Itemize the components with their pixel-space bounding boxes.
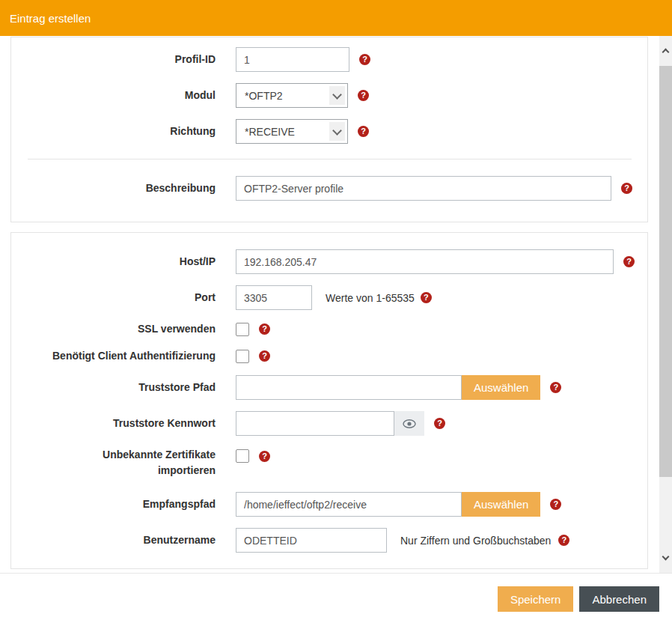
richtung-selected-value: *RECEIVE	[236, 126, 329, 138]
save-button[interactable]: Speichern	[498, 586, 574, 612]
empfangspfad-label: Empfangspfad	[11, 496, 216, 512]
profil-id-help-icon[interactable]: ?	[359, 54, 370, 65]
unbekannte-zertifikate-checkbox[interactable]	[236, 449, 249, 463]
truststore-kennwort-input[interactable]	[236, 411, 394, 436]
ssl-checkbox[interactable]	[236, 323, 249, 336]
port-label: Port	[11, 290, 216, 306]
eye-icon	[403, 419, 416, 428]
ssl-help-icon[interactable]: ?	[259, 323, 270, 335]
form-row-beschreibung: Beschreibung ?	[11, 176, 647, 201]
modal-title: Eintrag erstellen	[10, 12, 91, 25]
modul-help-icon[interactable]: ?	[358, 90, 369, 101]
chevron-down-icon	[662, 553, 670, 561]
chevron-down-icon	[329, 86, 345, 105]
cancel-button[interactable]: Abbrechen	[579, 586, 659, 612]
form-row-unbekannte-zertifikate: Unbekannte Zertifikate importieren ?	[11, 447, 647, 478]
vertical-scrollbar[interactable]	[659, 36, 672, 573]
modal-header: Eintrag erstellen	[0, 0, 672, 36]
truststore-pfad-browse-button[interactable]: Auswählen	[462, 375, 540, 400]
form-row-ssl: SSL verwenden ?	[11, 321, 647, 337]
profil-id-input[interactable]	[236, 47, 349, 72]
host-help-icon[interactable]: ?	[623, 256, 635, 267]
benutzername-input[interactable]	[236, 528, 387, 553]
benutzername-hint: Nur Ziffern und Großbuchstaben	[400, 535, 551, 547]
modul-label: Modul	[11, 88, 216, 103]
profil-id-label: Profil-ID	[11, 52, 216, 67]
panel-connection: Host/IP ? Port Werte von 1-65535 ? SSL v…	[10, 232, 648, 569]
form-row-port: Port Werte von 1-65535 ?	[11, 285, 647, 310]
panel-general: Profil-ID ? Modul *OFTP2 ? Richtung *REC…	[10, 37, 648, 222]
truststore-pfad-help-icon[interactable]: ?	[550, 382, 561, 393]
truststore-pfad-input[interactable]	[236, 375, 462, 400]
beschreibung-label: Beschreibung	[11, 180, 216, 196]
chevron-down-icon	[329, 122, 345, 141]
client-auth-checkbox[interactable]	[236, 350, 249, 363]
form-row-richtung: Richtung *RECEIVE ?	[11, 119, 647, 144]
modul-select[interactable]: *OFTP2	[236, 83, 348, 108]
truststore-kennwort-help-icon[interactable]: ?	[434, 418, 445, 429]
form-row-empfangspfad: Empfangspfad Auswählen ?	[11, 492, 647, 517]
richtung-select[interactable]: *RECEIVE	[236, 119, 348, 144]
show-password-toggle[interactable]	[394, 411, 424, 436]
client-auth-label: Benötigt Client Authentifizierung	[11, 348, 216, 364]
form-row-profil-id: Profil-ID ?	[11, 47, 647, 72]
section-divider	[28, 159, 632, 159]
port-hint: Werte von 1-65535	[326, 292, 415, 304]
port-help-icon[interactable]: ?	[421, 292, 432, 303]
scrollbar-thumb[interactable]	[659, 66, 672, 477]
scroll-down-button[interactable]	[659, 543, 672, 573]
chevron-up-icon	[662, 49, 670, 56]
scroll-up-button[interactable]	[659, 36, 672, 66]
benutzername-label: Benutzername	[11, 532, 216, 548]
modul-selected-value: *OFTP2	[236, 90, 329, 102]
modal-body: Profil-ID ? Modul *OFTP2 ? Richtung *REC…	[0, 36, 659, 573]
ssl-label: SSL verwenden	[11, 321, 216, 337]
host-label: Host/IP	[11, 254, 216, 270]
empfangspfad-help-icon[interactable]: ?	[550, 499, 561, 510]
client-auth-help-icon[interactable]: ?	[259, 350, 270, 362]
form-row-truststore-pfad: Truststore Pfad Auswählen ?	[11, 375, 647, 400]
richtung-label: Richtung	[11, 124, 216, 139]
form-row-truststore-kennwort: Truststore Kennwort ?	[11, 411, 647, 436]
unbekannte-zertifikate-help-icon[interactable]: ?	[259, 451, 270, 462]
unbekannte-zertifikate-label: Unbekannte Zertifikate importieren	[11, 447, 216, 478]
port-input[interactable]	[236, 285, 312, 310]
form-row-host: Host/IP ?	[11, 249, 647, 274]
truststore-kennwort-label: Truststore Kennwort	[11, 416, 216, 431]
empfangspfad-input[interactable]	[236, 492, 462, 517]
modal-footer: Speichern Abbrechen	[0, 573, 672, 623]
form-row-modul: Modul *OFTP2 ?	[11, 83, 647, 108]
beschreibung-help-icon[interactable]: ?	[621, 183, 632, 194]
truststore-pfad-label: Truststore Pfad	[11, 380, 216, 395]
form-row-benutzername: Benutzername Nur Ziffern und Großbuchsta…	[11, 528, 647, 553]
empfangspfad-browse-button[interactable]: Auswählen	[462, 492, 540, 517]
benutzername-help-icon[interactable]: ?	[558, 535, 569, 546]
form-row-client-auth: Benötigt Client Authentifizierung ?	[11, 348, 647, 364]
richtung-help-icon[interactable]: ?	[358, 126, 369, 137]
beschreibung-input[interactable]	[236, 176, 611, 201]
host-input[interactable]	[236, 249, 614, 274]
